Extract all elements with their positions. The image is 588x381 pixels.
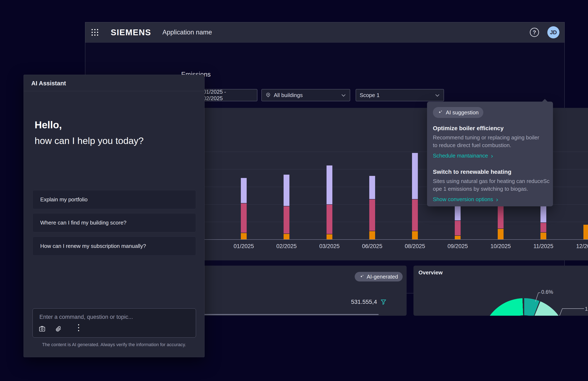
schedule-maintenance-link[interactable]: Schedule mantainance › (433, 153, 547, 159)
greeting-headline: Hello, (35, 119, 62, 131)
total-emissions-value: 531.555,4 (351, 299, 377, 305)
x-axis-label: 03/2025 (319, 243, 340, 249)
ai-assistant-title: AI Assistant (31, 80, 66, 87)
chevron-down-icon (435, 93, 439, 96)
x-axis-label: 06/2025 (362, 243, 382, 249)
filter-funnel-icon[interactable] (380, 299, 387, 305)
popup-caret (542, 99, 548, 102)
sparkle-icon (359, 274, 365, 279)
segment-bottom-orange (412, 231, 418, 239)
suggestion-body: Recommend tuning or replacing aging boil… (433, 134, 547, 149)
avatar[interactable]: JD (547, 26, 559, 38)
chevron-right-icon: › (491, 153, 493, 158)
desktop: SIEMENS Application name ? JD Emissions … (0, 0, 588, 381)
x-axis-label: 01/2025 (233, 243, 254, 249)
divider (24, 91, 204, 91)
suggestion-button-subscription[interactable]: How can I renew my subscription manually… (33, 237, 196, 256)
chat-input-box: ⋮ (33, 308, 196, 337)
ai-suggestion-popup: AI suggestion Optimize boiler efficiency… (427, 102, 553, 206)
sparkle-icon (438, 110, 443, 115)
camera-icon[interactable] (39, 325, 46, 332)
siemens-logo: SIEMENS (111, 28, 151, 37)
chat-input[interactable] (39, 312, 189, 321)
stacked-bar-12-2025[interactable] (583, 225, 588, 239)
segment-middle-pink (541, 223, 546, 232)
stacked-bar-03-2025[interactable] (327, 165, 332, 239)
segment-middle-pink (455, 221, 461, 235)
segment-bottom-orange (583, 225, 588, 239)
stacked-bar-06-2025[interactable] (369, 176, 375, 239)
segment-middle-pink (241, 203, 247, 233)
segment-middle-pink (327, 205, 332, 234)
overview-title: Overview (419, 269, 443, 276)
pie-slice-label: 0.6% (541, 289, 553, 295)
segment-top-lavender (412, 153, 418, 199)
suggestion-button-building-score[interactable]: Where can I find my building score? (33, 213, 196, 232)
help-icon[interactable]: ? (530, 28, 539, 37)
x-axis-label: 12/2025 (576, 243, 588, 249)
segment-bottom-orange (369, 231, 375, 239)
kebab-menu-icon[interactable]: ⋮ (74, 323, 83, 332)
x-axis-label: 09/2025 (447, 243, 468, 249)
ai-generated-label: AI-generated (367, 273, 398, 280)
segment-bottom-orange (284, 234, 289, 239)
segment-bottom-orange (498, 229, 504, 239)
x-axis-line (178, 239, 588, 240)
app-header: SIEMENS Application name ? JD (85, 22, 565, 43)
ai-suggestion-badge-label: AI suggestion (446, 109, 479, 116)
app-launcher-icon[interactable] (92, 29, 98, 36)
segment-bottom-orange (541, 233, 546, 239)
scope-value: Scope 1 (360, 92, 379, 98)
x-axis-label: 08/2025 (405, 243, 425, 249)
ai-disclaimer: The content is AI generated. Always veri… (24, 342, 204, 347)
gridline (178, 222, 588, 222)
ai-assistant-panel: AI Assistant Hello, how can I help you t… (23, 75, 205, 357)
segment-top-lavender (284, 175, 289, 206)
x-axis-label: 02/2025 (276, 243, 297, 249)
horizontal-scrollbar[interactable] (178, 314, 379, 315)
overview-donut-chart[interactable] (482, 298, 567, 316)
buildings-value: All buildings (274, 92, 303, 98)
suggestion-title: Optimize boiler efficiency (433, 125, 547, 132)
chevron-right-icon: › (496, 197, 498, 202)
x-axis-label: 11/2025 (533, 243, 553, 249)
buildings-filter[interactable]: All buildings (261, 89, 350, 101)
suggestion-body: Sites using natural gas for heating can … (433, 177, 547, 193)
show-conversion-options-link[interactable]: Show conversion options › (433, 196, 547, 202)
emissions-total-card: AI-generated 531.555,4 (178, 266, 407, 316)
suggestion-title: Switch to renewable heating (433, 169, 547, 175)
segment-middle-pink (284, 206, 289, 233)
stacked-bar-02-2025[interactable] (284, 175, 289, 239)
segment-middle-pink (369, 200, 375, 231)
location-pin-icon (265, 92, 271, 98)
segment-top-lavender (241, 178, 247, 203)
segment-middle-pink (412, 200, 418, 231)
attachment-icon[interactable] (55, 325, 62, 332)
chevron-down-icon (341, 93, 345, 96)
pie-slice-label: 10.71% (585, 306, 588, 312)
suggestion-button-portfolio[interactable]: Explain my portfolio (33, 190, 196, 209)
segment-bottom-orange (241, 233, 247, 239)
stacked-bar-08-2025[interactable] (412, 153, 418, 239)
ai-generated-badge: AI-generated (355, 272, 403, 281)
overview-card: Overview 0.6% 10.71% (414, 266, 588, 316)
segment-bottom-orange (455, 236, 461, 239)
ai-suggestion-badge: AI suggestion (433, 107, 483, 118)
segment-top-lavender (369, 176, 375, 199)
scope-filter[interactable]: Scope 1 (356, 89, 444, 101)
greeting-subline: how can I help you today? (35, 135, 144, 146)
segment-top-lavender (327, 165, 332, 204)
application-name: Application name (162, 29, 212, 36)
segment-bottom-orange (327, 234, 332, 239)
x-axis-label: 10/2025 (490, 243, 511, 249)
stacked-bar-01-2025[interactable] (241, 178, 247, 239)
